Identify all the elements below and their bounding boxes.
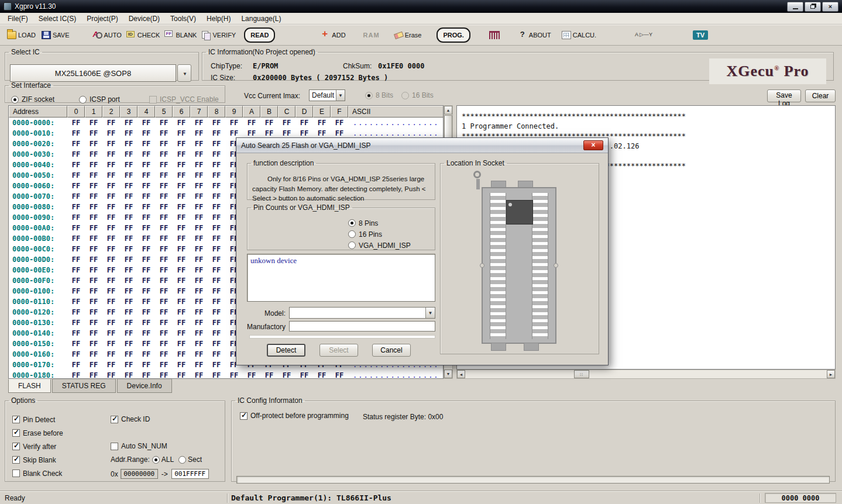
option-verify-after[interactable]: Verify after xyxy=(12,440,63,453)
hex-byte-cell[interactable]: FF xyxy=(138,317,155,328)
hex-byte-cell[interactable]: FF xyxy=(102,349,120,360)
hex-byte-cell[interactable]: FF xyxy=(102,244,120,254)
hex-byte-cell[interactable]: FF xyxy=(102,328,120,339)
hex-byte-cell[interactable]: FF xyxy=(260,118,278,128)
toolbar-verify-button[interactable]: VERIFY xyxy=(201,27,236,43)
hex-byte-cell[interactable]: FF xyxy=(173,223,190,233)
hex-byte-cell[interactable]: FF xyxy=(85,128,102,139)
hex-byte-cell[interactable]: FF xyxy=(138,118,155,128)
hex-byte-cell[interactable]: FF xyxy=(173,275,190,286)
hex-byte-cell[interactable]: FF xyxy=(155,181,173,191)
vcc-current-select[interactable]: Default xyxy=(309,89,345,101)
hex-byte-cell[interactable]: FF xyxy=(120,149,138,160)
hex-byte-cell[interactable]: FF xyxy=(85,317,102,328)
hex-byte-cell[interactable]: FF xyxy=(120,202,138,212)
hex-byte-cell[interactable]: FF xyxy=(138,223,155,233)
pin-detect-checkbox[interactable] xyxy=(12,416,20,423)
hex-byte-cell[interactable]: FF xyxy=(155,317,173,328)
hex-byte-cell[interactable]: FF xyxy=(67,191,85,202)
hex-byte-cell[interactable]: FF xyxy=(155,223,173,233)
hex-byte-cell[interactable]: FF xyxy=(313,118,331,128)
hex-byte-cell[interactable]: FF xyxy=(138,139,155,149)
menu-item-select-ic-s[interactable]: Select IC(S) xyxy=(33,13,82,24)
toolbar-auto-button[interactable]: AUTO xyxy=(93,27,122,43)
menu-item-language-l[interactable]: Language(L) xyxy=(236,13,286,24)
log-horizontal-scrollbar[interactable]: ◄ ⁞⁞ ► xyxy=(456,370,836,379)
hex-byte-cell[interactable]: FF xyxy=(85,265,102,275)
hex-byte-cell[interactable]: FF xyxy=(208,370,225,379)
option-skip-blank[interactable]: Skip Blank xyxy=(12,453,63,467)
hex-byte-cell[interactable]: FF xyxy=(173,149,190,160)
hex-byte-cell[interactable]: FF xyxy=(173,328,190,339)
hex-byte-cell[interactable]: FF xyxy=(155,233,173,244)
option-erase-before[interactable]: Erase before xyxy=(12,426,63,440)
toolbar-chip-button[interactable] xyxy=(489,27,501,43)
hex-byte-cell[interactable]: FF xyxy=(190,370,208,379)
hex-byte-cell[interactable]: FF xyxy=(208,181,225,191)
hex-byte-cell[interactable]: FF xyxy=(138,191,155,202)
hex-byte-cell[interactable]: FF xyxy=(243,118,260,128)
scroll-down-arrow-icon[interactable]: ▼ xyxy=(444,370,452,378)
hex-byte-cell[interactable]: FF xyxy=(155,202,173,212)
hex-byte-cell[interactable]: FF xyxy=(138,202,155,212)
hex-byte-cell[interactable]: FF xyxy=(85,223,102,233)
hex-byte-cell[interactable]: FF xyxy=(208,254,225,265)
hex-byte-cell[interactable]: FF xyxy=(67,254,85,265)
hex-byte-cell[interactable]: FF xyxy=(138,244,155,254)
hex-byte-cell[interactable]: FF xyxy=(67,128,85,139)
hex-byte-cell[interactable]: FF xyxy=(120,296,138,307)
hex-byte-cell[interactable]: FF xyxy=(295,370,313,379)
hex-byte-cell[interactable]: FF xyxy=(173,139,190,149)
hex-byte-cell[interactable]: FF xyxy=(173,233,190,244)
hex-byte-cell[interactable]: FF xyxy=(190,139,208,149)
range-to-field[interactable] xyxy=(171,469,209,479)
menu-item-project-p[interactable]: Project(P) xyxy=(81,13,123,24)
hex-byte-cell[interactable]: FF xyxy=(138,349,155,360)
hex-byte-cell[interactable]: FF xyxy=(173,202,190,212)
toolbar-read-button[interactable]: READ xyxy=(244,27,275,43)
hex-byte-cell[interactable]: FF xyxy=(67,139,85,149)
hex-byte-cell[interactable]: FF xyxy=(120,370,138,379)
hex-byte-cell[interactable]: FF xyxy=(190,160,208,170)
hex-byte-cell[interactable]: FF xyxy=(190,149,208,160)
hex-byte-cell[interactable]: FF xyxy=(67,265,85,275)
hex-byte-cell[interactable]: FF xyxy=(190,339,208,349)
hex-byte-cell[interactable]: FF xyxy=(155,160,173,170)
hex-byte-cell[interactable]: FF xyxy=(155,191,173,202)
hex-byte-cell[interactable]: FF xyxy=(120,339,138,349)
hex-byte-cell[interactable]: FF xyxy=(208,223,225,233)
menu-item-device-d[interactable]: Device(D) xyxy=(123,13,165,24)
hex-byte-cell[interactable]: FF xyxy=(313,370,331,379)
hex-byte-cell[interactable]: FF xyxy=(102,139,120,149)
hex-byte-cell[interactable]: FF xyxy=(190,202,208,212)
hex-byte-cell[interactable]: FF xyxy=(190,233,208,244)
option-blank-check[interactable]: Blank Check xyxy=(12,467,63,480)
hex-byte-cell[interactable]: FF xyxy=(102,212,120,223)
toolbar-save-button[interactable]: SAVE xyxy=(42,27,70,43)
hex-byte-cell[interactable]: FF xyxy=(67,360,85,370)
menu-item-tools-v[interactable]: Tools(V) xyxy=(165,13,201,24)
hex-byte-cell[interactable]: FF xyxy=(208,307,225,317)
hex-byte-cell[interactable]: FF xyxy=(85,118,102,128)
hex-byte-cell[interactable]: FF xyxy=(295,118,313,128)
hex-byte-cell[interactable]: FF xyxy=(120,286,138,296)
hex-byte-cell[interactable]: FF xyxy=(331,370,348,379)
hex-byte-cell[interactable]: FF xyxy=(155,265,173,275)
hex-byte-cell[interactable]: FF xyxy=(208,317,225,328)
hex-byte-cell[interactable]: FF xyxy=(155,296,173,307)
hex-byte-cell[interactable]: FF xyxy=(120,118,138,128)
hex-byte-cell[interactable]: FF xyxy=(138,370,155,379)
hex-byte-cell[interactable]: FF xyxy=(120,244,138,254)
hex-byte-cell[interactable]: FF xyxy=(155,275,173,286)
verify-after-checkbox[interactable] xyxy=(12,443,20,450)
hex-byte-cell[interactable]: FF xyxy=(67,202,85,212)
hex-byte-cell[interactable]: FF xyxy=(85,202,102,212)
ic-select-dropdown-button[interactable] xyxy=(177,64,191,82)
option-check-id[interactable]: Check ID xyxy=(111,415,150,423)
hex-byte-cell[interactable]: FF xyxy=(138,233,155,244)
save-log-button[interactable]: Save Log xyxy=(767,89,801,102)
hex-byte-cell[interactable]: FF xyxy=(173,254,190,265)
hex-byte-cell[interactable]: FF xyxy=(138,360,155,370)
option-auto-sn-num[interactable]: Auto SN_NUM xyxy=(111,442,167,450)
hex-byte-cell[interactable]: FF xyxy=(85,254,102,265)
